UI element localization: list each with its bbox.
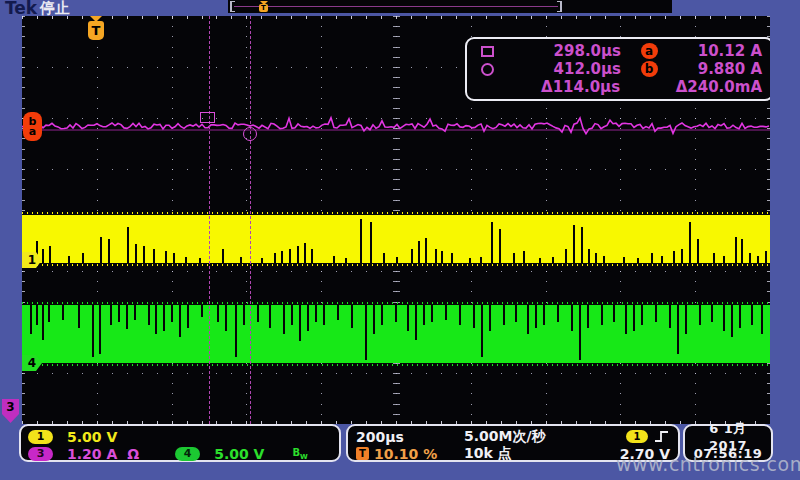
cursor1-time: 298.0μs <box>515 42 621 60</box>
ch3-ch4-readout-row: 3 1.20 A Ω 4 5.00 V BW <box>28 445 333 462</box>
cursor-row-2: 412.0μs b 9.880 A <box>481 60 762 78</box>
ch3-coupling-ohm: Ω <box>127 446 139 462</box>
trigger-position-readout: 10.10 % <box>374 446 437 462</box>
cursor-a-badge: a <box>641 43 658 59</box>
record-length-readout: 10k 点 <box>464 445 574 463</box>
watermark: www.cntronics.com <box>616 453 800 475</box>
cursor-a-label: a <box>29 127 36 137</box>
ch3-badge: 3 <box>28 447 53 461</box>
record-view-bracket-right <box>557 1 562 12</box>
record-view-line <box>234 6 558 7</box>
ch3-position-tag[interactable]: 3 <box>2 399 19 423</box>
timebase-readout: 200μs <box>356 429 464 445</box>
ch4-scale: 5.00 V <box>214 446 264 462</box>
cursor-circle-marker[interactable] <box>243 127 257 141</box>
cursor-b-value: 9.880 A <box>677 60 762 78</box>
ch4-badge: 4 <box>175 447 200 461</box>
ch1-readout-row: 1 5.00 V <box>28 428 333 445</box>
record-view-bar[interactable]: T <box>230 1 562 12</box>
waveform-display: b a 1 4 T 298.0μs a 10.12 A 412.0μs b 9.… <box>22 16 770 424</box>
horizontal-row-1: 200μs 5.00M次/秒 1 <box>356 428 670 445</box>
trigger-position-marker[interactable]: T <box>88 16 105 46</box>
amplitude-cursor-ba-badge[interactable]: b a <box>23 112 42 141</box>
time-cursor-1[interactable] <box>209 16 210 424</box>
cursor-row-1: 298.0μs a 10.12 A <box>481 42 762 60</box>
trigger-t-icon: T <box>88 21 104 40</box>
cursor-b-badge: b <box>641 61 658 77</box>
cursor-row-delta: Δ114.0μs Δ240.0mA <box>481 78 762 96</box>
record-view-bracket-left <box>230 1 235 12</box>
cursor2-time: 412.0μs <box>515 60 621 78</box>
record-view-strip: T <box>228 0 672 13</box>
title-bar: Tek 停止 T <box>0 0 800 15</box>
cursor-readout-box: 298.0μs a 10.12 A 412.0μs b 9.880 A Δ114… <box>465 37 770 101</box>
record-trigger-marker-icon[interactable]: T <box>258 1 269 12</box>
ch3-scale: 1.20 A <box>67 446 117 462</box>
cursor-square-marker[interactable] <box>200 112 215 123</box>
vertical-readout-panel: 1 5.00 V 3 1.20 A Ω 4 5.00 V BW <box>19 424 341 462</box>
square-cursor-icon <box>481 46 494 57</box>
circle-cursor-icon <box>481 63 494 76</box>
trigger-position-icon: T <box>356 447 369 460</box>
ch1-badge: 1 <box>28 430 53 444</box>
rising-edge-slope-icon <box>654 429 670 444</box>
cursor-delta-value: Δ240.0mA <box>676 78 762 96</box>
ch4-bandwidth-indicator: BW <box>292 447 307 461</box>
cursor-delta-time: Δ114.0μs <box>515 78 620 96</box>
ch1-scale: 5.00 V <box>67 429 117 445</box>
trigger-source-badge: 1 <box>626 430 648 443</box>
trigger-t-icon: T <box>259 4 268 12</box>
cursor-a-value: 10.12 A <box>677 42 762 60</box>
sample-rate-readout: 5.00M次/秒 <box>464 428 574 446</box>
time-cursor-2[interactable] <box>250 16 251 424</box>
